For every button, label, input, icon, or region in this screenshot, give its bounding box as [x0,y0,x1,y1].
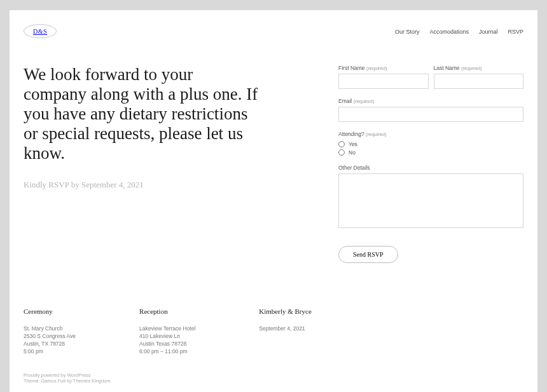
ceremony-line: 5:00 pm [24,348,76,356]
email-input[interactable] [338,107,523,122]
attending-yes-label: Yes [349,141,357,147]
send-rsvp-button[interactable]: Send RSVP [338,246,398,263]
page-card: D&S Our Story Accomodations Journal RSVP… [10,10,537,392]
credits-text: Proudly powered by [24,372,67,378]
page-headline: We look forward to your company along wi… [24,65,259,163]
email-label: Email (required) [338,98,523,104]
ceremony-line: St. Mary Church [24,325,76,333]
nav-journal[interactable]: Journal [479,29,498,35]
footer-ceremony: Ceremony St. Mary Church 2530 S Congress… [24,308,76,356]
last-name-field: Last Name (required) [434,65,524,89]
header: D&S Our Story Accomodations Journal RSVP [24,24,523,38]
footer-couple: Kimberly & Bryce September 4, 2021 [259,308,311,356]
reception-title: Reception [139,308,195,315]
reception-line: Austin Texas 78728 [139,341,195,348]
attending-label: Attending? (required) [338,131,523,137]
footer: Ceremony St. Mary Church 2530 S Congress… [24,308,523,356]
first-name-label: First Name (required) [338,65,429,71]
rsvp-form: First Name (required) Last Name (require… [338,65,523,263]
other-details-input[interactable] [338,173,523,228]
credits-text: . [111,378,112,384]
wordpress-link[interactable]: WordPress [67,372,90,378]
footer-reception: Reception Lakeview Terrace Hotel 410 Lak… [139,308,195,356]
theme-link[interactable]: Gamos Full [41,378,66,384]
other-details-label: Other Details [338,165,523,171]
ceremony-title: Ceremony [24,308,76,315]
credits-text: Theme: [24,378,41,384]
attending-no-radio[interactable] [338,149,345,156]
site-credits: Proudly powered by WordPress Theme: Gamo… [24,372,523,385]
first-name-field: First Name (required) [338,65,429,89]
ceremony-line: 2530 S Congress Ave [24,333,76,341]
attending-field: Attending? (required) Yes No [338,131,523,156]
nav-accomodations[interactable]: Accomodations [429,29,469,35]
reception-line: 6:00 pm – 11:00 pm [139,348,195,356]
nav-our-story[interactable]: Our Story [395,29,420,35]
credits-text: by [66,378,73,384]
logo[interactable]: D&S [24,24,57,38]
other-details-field: Other Details [338,165,523,228]
primary-nav: Our Story Accomodations Journal RSVP [395,28,523,35]
intro-block: We look forward to your company along wi… [24,65,259,263]
nav-rsvp[interactable]: RSVP [508,29,523,35]
attending-yes-option[interactable]: Yes [338,141,523,147]
themes-kingdom-link[interactable]: Themes Kingdom [73,378,111,384]
first-name-input[interactable] [338,74,429,89]
email-field: Email (required) [338,98,523,122]
attending-yes-radio[interactable] [338,141,345,147]
couple-date: September 4, 2021 [259,325,311,333]
last-name-input[interactable] [434,74,524,89]
main-content: We look forward to your company along wi… [24,65,523,263]
attending-no-option[interactable]: No [338,149,523,156]
ceremony-line: Austin, TX 78728 [24,341,76,348]
reception-line: Lakeview Terrace Hotel [139,325,195,333]
reception-line: 410 Lakeview Ln [139,333,195,341]
last-name-label: Last Name (required) [434,65,524,71]
attending-no-label: No [349,149,356,156]
couple-title: Kimberly & Bryce [259,308,311,315]
rsvp-deadline: Kindly RSVP by September 4, 2021 [24,180,259,190]
